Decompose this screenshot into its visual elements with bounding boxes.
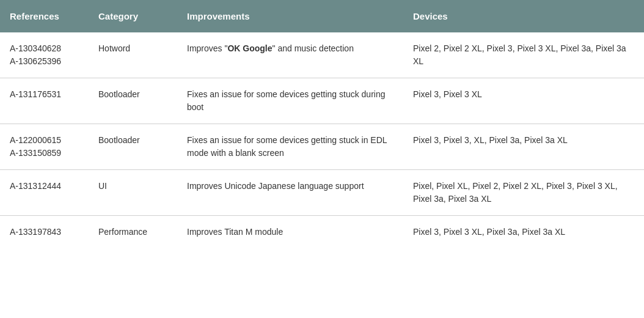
reference-id: A-133197843	[10, 226, 79, 239]
cell-devices: Pixel 3, Pixel 3 XL	[403, 78, 644, 124]
improvement-bold-text: OK Google	[227, 43, 272, 53]
table-row: A-131176531BootloaderFixes an issue for …	[0, 78, 644, 124]
cell-devices: Pixel, Pixel XL, Pixel 2, Pixel 2 XL, Pi…	[403, 170, 644, 216]
cell-category: Performance	[89, 216, 177, 249]
header-category: Category	[89, 0, 177, 32]
reference-id: A-133150859	[10, 147, 79, 160]
reference-id: A-130625396	[10, 55, 79, 68]
cell-category: UI	[89, 170, 177, 216]
cell-references: A-131176531	[0, 78, 89, 124]
reference-id: A-130340628	[10, 42, 79, 55]
table-row: A-131312444UIImproves Unicode Japanese l…	[0, 170, 644, 216]
table-row: A-130340628A-130625396HotwordImproves "O…	[0, 32, 644, 78]
cell-improvements: Improves "OK Google" and music detection	[177, 32, 403, 78]
reference-id: A-131312444	[10, 180, 79, 193]
cell-references: A-133197843	[0, 216, 89, 249]
cell-devices: Pixel 3, Pixel 3, XL, Pixel 3a, Pixel 3a…	[403, 124, 644, 170]
cell-improvements: Improves Titan M module	[177, 216, 403, 249]
cell-devices: Pixel 2, Pixel 2 XL, Pixel 3, Pixel 3 XL…	[403, 32, 644, 78]
table-body: A-130340628A-130625396HotwordImproves "O…	[0, 32, 644, 248]
cell-improvements: Fixes an issue for some devices getting …	[177, 78, 403, 124]
cell-improvements: Fixes an issue for some devices getting …	[177, 124, 403, 170]
reference-id: A-122000615	[10, 134, 79, 147]
cell-improvements: Improves Unicode Japanese language suppo…	[177, 170, 403, 216]
header-improvements: Improvements	[177, 0, 403, 32]
table-header-row: References Category Improvements Devices	[0, 0, 644, 32]
main-table-container: References Category Improvements Devices…	[0, 0, 644, 248]
cell-category: Bootloader	[89, 78, 177, 124]
cell-category: Hotword	[89, 32, 177, 78]
improvements-table: References Category Improvements Devices…	[0, 0, 644, 248]
table-row: A-122000615A-133150859BootloaderFixes an…	[0, 124, 644, 170]
reference-id: A-131176531	[10, 88, 79, 101]
cell-devices: Pixel 3, Pixel 3 XL, Pixel 3a, Pixel 3a …	[403, 216, 644, 249]
cell-references: A-131312444	[0, 170, 89, 216]
cell-category: Bootloader	[89, 124, 177, 170]
header-references: References	[0, 0, 89, 32]
cell-references: A-130340628A-130625396	[0, 32, 89, 78]
table-row: A-133197843PerformanceImproves Titan M m…	[0, 216, 644, 249]
cell-references: A-122000615A-133150859	[0, 124, 89, 170]
header-devices: Devices	[403, 0, 644, 32]
